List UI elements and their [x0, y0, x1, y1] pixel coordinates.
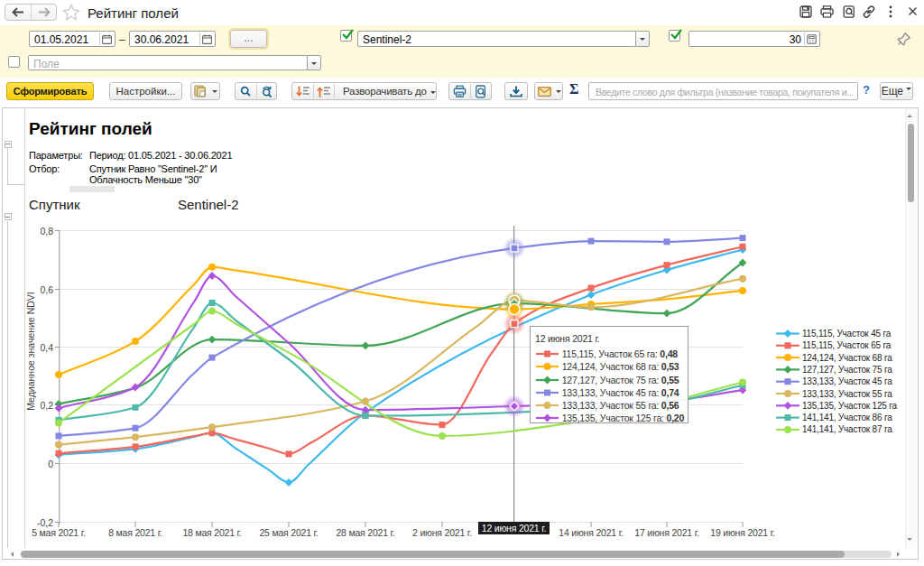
svg-text:135,135, Участок 125 га: 135,135, Участок 125 га	[802, 401, 898, 411]
svg-text:0: 0	[48, 459, 53, 469]
svg-text:17 июня 2021 г.: 17 июня 2021 г.	[634, 527, 698, 538]
svg-text:0,4: 0,4	[40, 342, 53, 353]
svg-text:141,141, Участок 86 га: 141,141, Участок 86 га	[802, 413, 892, 422]
svg-text:0,2: 0,2	[40, 400, 53, 411]
svg-text:0,6: 0,6	[40, 284, 53, 295]
svg-text:8 мая 2021 г.: 8 мая 2021 г.	[108, 527, 162, 538]
svg-text:133,133, Участок 55 га: 133,133, Участок 55 га	[802, 389, 892, 399]
svg-text:28 мая 2021 г.: 28 мая 2021 г.	[336, 527, 394, 538]
svg-text:0,8: 0,8	[40, 226, 53, 237]
svg-text:2 июня 2021 г.: 2 июня 2021 г.	[412, 527, 472, 538]
svg-text:Медианное значение NDVI: Медианное значение NDVI	[25, 292, 36, 411]
svg-text:18 мая 2021 г.: 18 мая 2021 г.	[182, 527, 241, 538]
svg-text:141,141, Участок 87 га: 141,141, Участок 87 га	[802, 424, 892, 434]
svg-text:12 июня 2021 г.: 12 июня 2021 г.	[482, 523, 546, 534]
svg-text:5 мая 2021 г.: 5 мая 2021 г.	[32, 527, 86, 538]
svg-text:124,124, Участок 68 га: 124,124, Участок 68 га	[802, 353, 892, 363]
svg-text:127,127, Участок 75 га: 127,127, Участок 75 га	[802, 365, 892, 375]
svg-text:14 июня 2021 г.: 14 июня 2021 г.	[559, 527, 623, 538]
svg-text:19 июня 2021 г.: 19 июня 2021 г.	[710, 527, 774, 538]
svg-text:115,115, Участок 65 га: 115,115, Участок 65 га	[802, 340, 892, 350]
svg-text:115,115, Участок 45 га: 115,115, Участок 45 га	[802, 329, 892, 339]
svg-text:-0,2: -0,2	[37, 517, 53, 528]
svg-text:133,133, Участок 45 га: 133,133, Участок 45 га	[802, 376, 892, 386]
svg-text:25 мая 2021 г.: 25 мая 2021 г.	[259, 527, 318, 538]
